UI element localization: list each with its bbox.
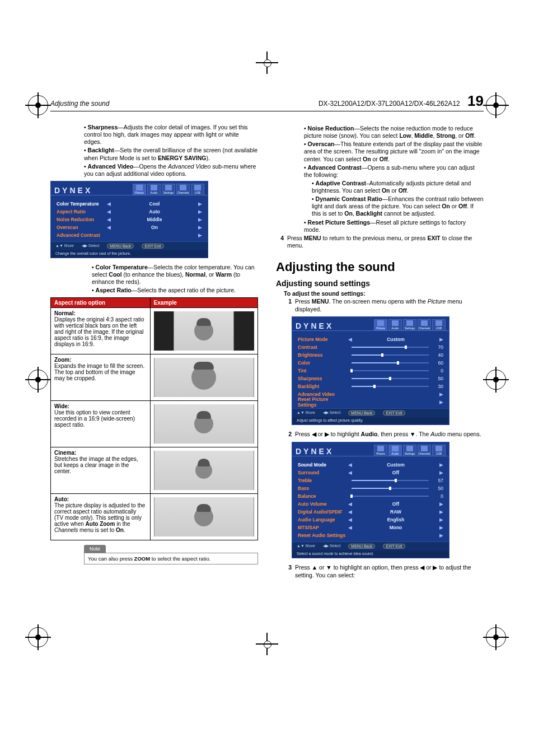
osd-row: Reset Picture Settings▶ [298,398,443,406]
osd-row: Color Temperature◀Cool▶ [57,200,202,208]
osd-tab-settings: Settings [403,445,416,456]
step-2: 2 Press ◀ or ▶ to highlight Audio, then … [276,431,484,438]
osd-row: Balance0 [298,492,443,500]
osd-row: Advanced Contrast▶ [57,231,202,239]
note-box: Note You can also press ZOOM to select t… [84,545,258,564]
note-body: You can also press ZOOM to select the as… [84,553,258,564]
osd-tab-channels: Channels [418,445,431,456]
osd-row: MTS/SAP◀Mono▶ [298,524,443,531]
osd-row: Auto Volume◀Off▶ [298,500,443,508]
osd-tab-usb: USB [432,319,446,330]
osd-row: Reset Audio Settings▶ [298,531,443,539]
osd-row: Overscan◀On▶ [57,223,202,231]
page-number: 19 [467,92,484,109]
step-1: 1 Press MENU. The on-screen menu opens w… [276,298,484,313]
aspect-row-auto: Auto:The picture display is adjusted to … [51,494,258,540]
osd-picture-menu: DYNEXPictureAudioSettingsChannelsUSBPict… [292,316,449,425]
header-section: Adjusting the sound [50,100,109,108]
osd-row: Treble57 [298,477,443,484]
section-heading: Adjusting the sound [276,260,484,274]
header-models: DX-32L200A12/DX-37L200A12/DX-46L262A12 [318,100,460,108]
aspect-ratio-table: Aspect ratio option Example Normal:Displ… [50,297,258,540]
reg-mark [28,95,48,115]
osd-tab-picture: Picture [374,319,387,330]
osd-row: Tint0 [298,367,443,375]
osd-tab-picture: Picture [133,184,146,195]
osd-tab-settings: Settings [403,319,416,330]
osd-row: Audio Language◀English▶ [298,516,443,524]
advanced-video-bullets: Noise Reduction—Selects the noise reduct… [296,125,484,234]
aspect-row-cinema: Cinema:Stretches the image at the edges,… [51,447,258,494]
subsection-heading: Adjusting sound settings [276,279,484,288]
osd-row: Picture Mode◀Custom▶ [298,335,443,343]
osd-tab-usb: USB [432,445,446,456]
aspect-row-zoom: Zoom:Expands the image to fill the scree… [51,354,258,401]
picture-settings-bullets: Sharpness—Adjusts the color detail of im… [84,124,258,178]
osd-tab-audio: Audio [388,319,402,330]
color-temp-aspect-bullets: Color Temperature—Selects the color temp… [84,264,258,295]
osd-tab-channels: Channels [418,319,431,330]
osd-advanced-video: DYNEXPictureAudioSettingsChannelsUSBColo… [50,181,208,258]
osd-row: Backlight30 [298,382,443,390]
osd-row: Sound Mode◀Custom▶ [298,461,443,469]
osd-row: Noise Reduction◀Middle▶ [57,216,202,223]
crop-mark [256,52,278,74]
osd-row: Brightness40 [298,351,443,359]
osd-row: Sharpness50 [298,375,443,382]
osd-row: Aspect Ratio◀Auto▶ [57,208,202,216]
page-header: Adjusting the sound DX-32L200A12/DX-37L2… [50,92,484,111]
reg-mark [28,370,48,390]
reg-mark [486,370,506,390]
osd-row: Contrast70 [298,343,443,351]
osd-row: Color60 [298,359,443,367]
osd-tab-audio: Audio [147,184,161,195]
aspect-col-example: Example [150,298,257,308]
osd-row: Surround◀Off▶ [298,469,443,477]
osd-tab-usb: USB [191,184,204,195]
osd-tab-settings: Settings [162,184,175,195]
aspect-row-normal: Normal:Displays the original 4:3 aspect … [51,308,258,354]
osd-row: Bass50 [298,484,443,492]
procedure-heading: To adjust the sound settings: [284,290,484,297]
osd-row: Digital Audio/SPDIF◀RAW▶ [298,508,443,516]
aspect-row-wide: Wide:Use this option to view content rec… [51,401,258,447]
osd-tab-channels: Channels [176,184,190,195]
osd-audio-menu: DYNEXPictureAudioSettingsChannelsUSBSoun… [292,442,449,558]
aspect-col-option: Aspect ratio option [51,298,151,308]
note-tab: Note [84,545,106,553]
step-3: 3 Press ▲ or ▼ to highlight an option, t… [276,564,484,579]
reg-mark [486,95,506,115]
step-4: 4 Press MENU to return to the previous m… [276,235,484,250]
osd-tab-audio: Audio [388,445,402,456]
osd-tab-picture: Picture [374,445,387,456]
